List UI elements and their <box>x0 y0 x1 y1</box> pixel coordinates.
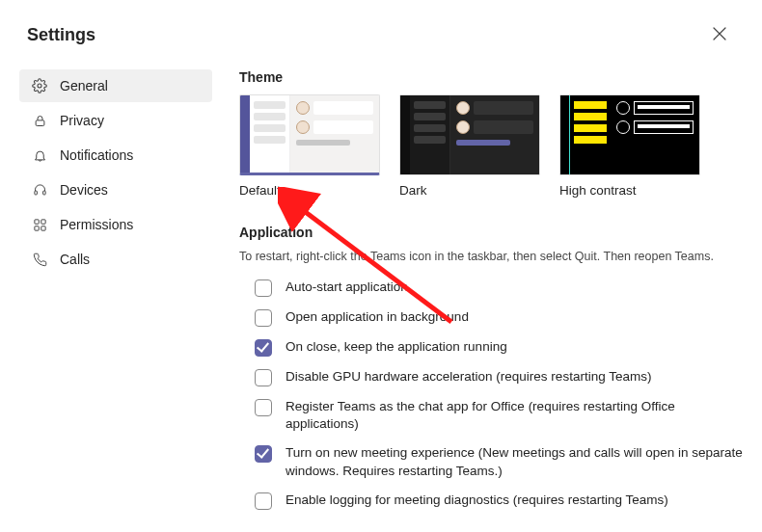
option-label: Disable GPU hardware acceleration (requi… <box>286 368 651 386</box>
theme-options: Default Dark <box>239 94 743 198</box>
checkbox-icon <box>255 309 272 327</box>
option-label: Enable logging for meeting diagnostics (… <box>286 492 668 509</box>
page-title: Settings <box>27 25 95 45</box>
sidebar-item-label: Permissions <box>60 217 133 232</box>
sidebar-item-label: Devices <box>60 182 108 198</box>
option-new-meeting-experience[interactable]: Turn on new meeting experience (New meet… <box>239 444 743 479</box>
option-enable-logging[interactable]: Enable logging for meeting diagnostics (… <box>239 492 743 510</box>
checkbox-icon <box>255 339 272 357</box>
close-icon <box>713 27 726 43</box>
close-button[interactable] <box>704 19 735 50</box>
application-subtitle: To restart, right-click the Teams icon i… <box>239 250 743 263</box>
svg-point-0 <box>38 84 41 88</box>
option-label: Turn on new meeting experience (New meet… <box>286 444 743 479</box>
sidebar-item-devices[interactable]: Devices <box>19 173 212 206</box>
sidebar-item-label: Privacy <box>60 113 104 128</box>
application-section-title: Application <box>239 225 743 240</box>
sidebar-item-label: Notifications <box>60 147 133 163</box>
theme-section-title: Theme <box>239 69 743 85</box>
theme-option-default[interactable]: Default <box>239 94 380 198</box>
checkbox-icon <box>255 492 272 510</box>
option-label: Open application in background <box>286 308 469 326</box>
checkbox-icon <box>255 399 272 416</box>
theme-preview-dark <box>399 94 540 175</box>
checkbox-icon <box>255 369 272 386</box>
headset-icon <box>31 181 48 199</box>
gear-icon <box>31 77 48 94</box>
svg-rect-6 <box>34 226 38 229</box>
option-label: Auto-start application <box>286 279 408 296</box>
theme-preview-high-contrast <box>559 94 700 175</box>
theme-label: Default <box>239 183 380 198</box>
app-icon <box>31 216 48 233</box>
sidebar-item-permissions[interactable]: Permissions <box>19 208 212 241</box>
theme-option-high-contrast[interactable]: High contrast <box>559 94 700 198</box>
settings-sidebar: General Privacy Notifications Devices Pe <box>19 69 212 510</box>
svg-rect-3 <box>42 191 45 195</box>
application-options: Auto-start application Open application … <box>239 279 743 510</box>
option-register-chat-app[interactable]: Register Teams as the chat app for Offic… <box>239 398 743 433</box>
svg-rect-1 <box>36 120 44 125</box>
option-label: Register Teams as the chat app for Offic… <box>286 398 743 433</box>
checkbox-icon <box>255 279 272 297</box>
svg-rect-5 <box>41 219 44 223</box>
sidebar-item-notifications[interactable]: Notifications <box>19 139 212 172</box>
svg-rect-4 <box>34 219 38 223</box>
sidebar-item-calls[interactable]: Calls <box>19 243 212 276</box>
lock-icon <box>31 112 48 129</box>
bell-icon <box>31 146 48 164</box>
svg-rect-2 <box>34 191 37 195</box>
option-disable-gpu[interactable]: Disable GPU hardware acceleration (requi… <box>239 368 743 386</box>
option-on-close-keep-running[interactable]: On close, keep the application running <box>239 338 743 357</box>
option-open-background[interactable]: Open application in background <box>239 308 743 327</box>
sidebar-item-privacy[interactable]: Privacy <box>19 104 212 137</box>
sidebar-item-general[interactable]: General <box>19 69 212 102</box>
option-label: On close, keep the application running <box>286 338 507 356</box>
checkbox-icon <box>255 445 272 463</box>
theme-label: Dark <box>399 183 540 198</box>
theme-preview-default <box>239 94 380 175</box>
sidebar-item-label: Calls <box>60 252 90 267</box>
theme-option-dark[interactable]: Dark <box>399 94 540 198</box>
theme-label: High contrast <box>559 183 700 198</box>
phone-icon <box>31 251 48 268</box>
svg-rect-7 <box>41 226 44 229</box>
sidebar-item-label: General <box>60 78 108 93</box>
option-auto-start[interactable]: Auto-start application <box>239 279 743 297</box>
